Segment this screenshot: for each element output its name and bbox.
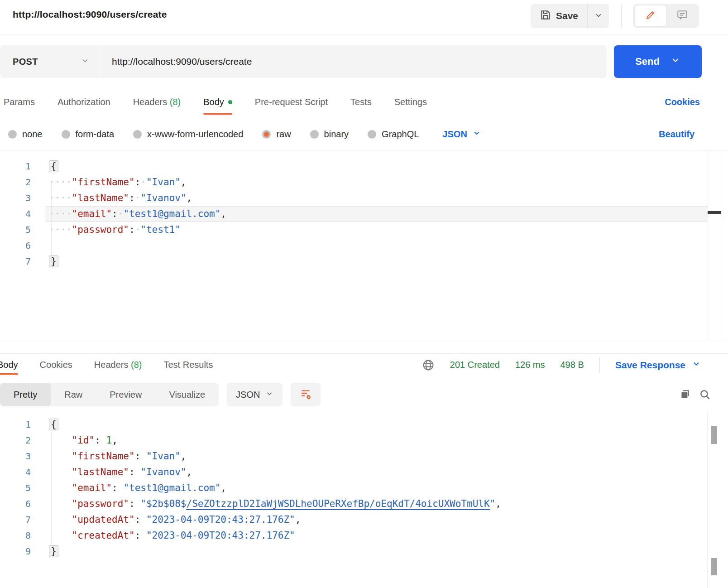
edit-comment-toggle bbox=[633, 4, 699, 28]
request-language-label: JSON bbox=[442, 129, 467, 140]
active-tab-underline bbox=[203, 113, 232, 115]
line-number: 1 bbox=[0, 159, 45, 174]
meta-divider bbox=[599, 357, 600, 373]
copy-icon[interactable] bbox=[679, 389, 691, 400]
code-line-5[interactable]: 5····"password":·"test1" bbox=[0, 222, 728, 238]
view-mode-pretty[interactable]: Pretty bbox=[0, 383, 51, 406]
request-tab-settings[interactable]: Settings bbox=[394, 97, 427, 107]
code-line-9[interactable]: 9} bbox=[0, 544, 728, 559]
request-tab-tests[interactable]: Tests bbox=[350, 97, 372, 107]
code-line-4[interactable]: 4 "lastName": "Ivanov", bbox=[0, 464, 728, 480]
line-number: 3 bbox=[0, 448, 45, 464]
indent-guide bbox=[51, 183, 52, 262]
line-number: 4 bbox=[0, 464, 45, 480]
url-input[interactable]: http://localhost:9090/users/create bbox=[101, 45, 607, 78]
request-title: http://localhost:9090/users/create bbox=[13, 9, 167, 20]
view-mode-raw[interactable]: Raw bbox=[51, 383, 96, 406]
code-line-7[interactable]: 7} bbox=[0, 254, 728, 270]
send-button[interactable]: Send bbox=[614, 45, 702, 78]
chevron-down-icon bbox=[692, 359, 701, 371]
request-url-row: POST http://localhost:9090/users/create … bbox=[0, 45, 728, 78]
response-time: 126 ms bbox=[515, 360, 545, 370]
line-number: 8 bbox=[0, 528, 45, 544]
line-number: 2 bbox=[0, 433, 45, 448]
response-tab-headers[interactable]: Headers (8) bbox=[94, 360, 142, 370]
code-line-6[interactable]: 6 bbox=[0, 238, 728, 254]
radio-icon bbox=[133, 130, 142, 139]
overview-ruler bbox=[708, 150, 721, 341]
save-button-group: Save bbox=[531, 4, 609, 28]
code-line-1[interactable]: 1{ bbox=[0, 417, 728, 433]
method-label: POST bbox=[13, 57, 38, 67]
code-line-5[interactable]: 5 "email": "test1@gmail.com", bbox=[0, 480, 728, 496]
request-tab-pre-request-script[interactable]: Pre-request Script bbox=[255, 97, 328, 107]
body-mode-none[interactable]: none bbox=[8, 129, 43, 140]
line-number: 6 bbox=[0, 496, 45, 512]
response-language-label: JSON bbox=[236, 390, 260, 400]
chevron-down-icon bbox=[473, 129, 481, 140]
request-tab-authorization[interactable]: Authorization bbox=[57, 97, 110, 107]
code-line-3[interactable]: 3····"lastName":·"Ivanov", bbox=[0, 190, 728, 206]
method-select[interactable]: POST bbox=[0, 45, 101, 78]
chevron-down-icon bbox=[81, 56, 90, 67]
response-tab-cookies[interactable]: Cookies bbox=[40, 360, 72, 370]
code-line-2[interactable]: 2····"firstName":·"Ivan", bbox=[0, 174, 728, 190]
radio-icon bbox=[8, 130, 17, 139]
scrollbar-thumb[interactable] bbox=[711, 426, 717, 444]
send-options-chevron-icon[interactable] bbox=[671, 55, 680, 68]
code-line-6[interactable]: 6 "password": "$2b$08$/SeZOtzzplD2IaWjWS… bbox=[0, 496, 728, 512]
request-tab-body[interactable]: Body bbox=[203, 97, 232, 107]
code-line-8[interactable]: 8 "createdAt": "2023-04-09T20:43:27.176Z… bbox=[0, 528, 728, 544]
radio-icon bbox=[262, 130, 271, 139]
request-language-select[interactable]: JSON bbox=[442, 129, 480, 140]
comment-icon bbox=[676, 9, 688, 23]
response-body-editor[interactable]: 1{2 "id": 1,3 "firstName": "Ivan",4 "las… bbox=[0, 412, 728, 588]
save-icon bbox=[540, 9, 551, 23]
search-icon[interactable] bbox=[699, 389, 711, 400]
code-line-2[interactable]: 2 "id": 1, bbox=[0, 433, 728, 448]
radio-icon bbox=[62, 130, 70, 139]
line-number: 1 bbox=[0, 417, 45, 433]
view-mode-preview[interactable]: Preview bbox=[96, 383, 155, 406]
response-tabs: BodyCookiesHeaders (8)Test Results 201 C… bbox=[0, 353, 728, 376]
scrollbar-thumb[interactable] bbox=[711, 558, 717, 575]
cookies-link[interactable]: Cookies bbox=[665, 97, 700, 107]
save-response-button[interactable]: Save Response bbox=[615, 359, 701, 371]
code-line-7[interactable]: 7 "updatedAt": "2023-04-09T20:43:27.176Z… bbox=[0, 512, 728, 528]
response-tab-test-results[interactable]: Test Results bbox=[163, 360, 213, 370]
save-button-label: Save bbox=[556, 10, 578, 21]
line-number: 7 bbox=[0, 512, 45, 528]
pencil-icon bbox=[645, 10, 656, 22]
save-button[interactable]: Save bbox=[531, 4, 587, 28]
chevron-down-icon bbox=[594, 11, 603, 21]
comments-button[interactable] bbox=[666, 5, 698, 27]
send-label: Send bbox=[635, 56, 660, 67]
body-mode-raw[interactable]: raw bbox=[262, 129, 291, 140]
request-tabs: ParamsAuthorizationHeaders (8)BodyPre-re… bbox=[0, 89, 728, 115]
wrap-lines-button[interactable] bbox=[291, 383, 321, 406]
code-line-4[interactable]: 4····"email":·"test1@gmail.com", bbox=[0, 206, 728, 222]
body-mode-binary[interactable]: binary bbox=[310, 129, 349, 140]
body-mode-form-data[interactable]: form-data bbox=[62, 129, 115, 140]
view-mode-visualize[interactable]: Visualize bbox=[155, 383, 219, 406]
request-tab-params[interactable]: Params bbox=[4, 97, 35, 107]
response-language-select[interactable]: JSON bbox=[227, 383, 283, 406]
body-mode-x-www-form-urlencoded[interactable]: x-www-form-urlencoded bbox=[133, 129, 243, 140]
code-line-1[interactable]: 1{ bbox=[0, 159, 728, 174]
request-tab-headers[interactable]: Headers (8) bbox=[133, 97, 181, 107]
save-options-button[interactable] bbox=[587, 4, 609, 28]
active-tab-underline bbox=[0, 373, 18, 375]
code-line-3[interactable]: 3 "firstName": "Ivan", bbox=[0, 448, 728, 464]
body-mode-row: noneform-datax-www-form-urlencodedrawbin… bbox=[0, 119, 728, 150]
scrollbar-track bbox=[707, 412, 708, 588]
body-mode-graphql[interactable]: GraphQL bbox=[368, 129, 419, 140]
line-number: 7 bbox=[0, 254, 45, 270]
response-tool-icons bbox=[679, 389, 711, 400]
line-number: 3 bbox=[0, 190, 45, 206]
response-tab-body[interactable]: Body bbox=[0, 360, 18, 370]
edit-request-button[interactable] bbox=[634, 5, 666, 27]
status-badge: 201 Created bbox=[450, 360, 500, 370]
beautify-link[interactable]: Beautify bbox=[659, 129, 694, 140]
request-body-editor[interactable]: 1{2····"firstName":·"Ivan",3····"lastNam… bbox=[0, 150, 728, 341]
url-value: http://localhost:9090/users/create bbox=[112, 56, 252, 67]
